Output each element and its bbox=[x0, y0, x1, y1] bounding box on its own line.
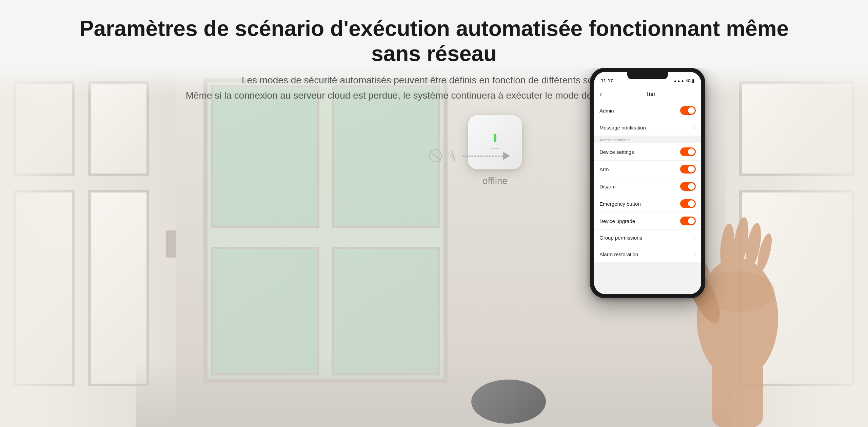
scene-container: —— offline bbox=[0, 68, 868, 427]
nav-title: lisi bbox=[606, 91, 696, 98]
access-permission-list: Device settings Arm Disarm Emergenc bbox=[594, 143, 701, 262]
admin-toggle[interactable] bbox=[680, 106, 696, 115]
battery-icon: ▮ bbox=[692, 78, 694, 83]
emergency-button-label: Emergency button bbox=[599, 201, 641, 207]
message-notification-chevron: › bbox=[694, 124, 696, 130]
message-notification-item[interactable]: Message notification › bbox=[594, 119, 701, 136]
hub-indicator bbox=[494, 134, 496, 142]
device-upgrade-label: Device upgrade bbox=[599, 218, 635, 224]
screen-content: Admin Message notification › Access pe bbox=[594, 102, 701, 294]
window-pane-br bbox=[332, 247, 440, 375]
subtitle-line1: Les modes de sécurité automatisés peuven… bbox=[242, 75, 626, 85]
window-pane-bl bbox=[211, 247, 319, 375]
admin-item[interactable]: Admin bbox=[594, 102, 701, 119]
floor-area bbox=[136, 359, 732, 427]
emergency-button-item[interactable]: Emergency button bbox=[594, 195, 701, 212]
no-signal-icon bbox=[445, 149, 458, 163]
alarm-restoration-item[interactable]: Alarm restoration › bbox=[594, 246, 701, 262]
no-wifi-icon bbox=[427, 149, 443, 163]
group-permissions-chevron: › bbox=[694, 235, 696, 241]
ottoman bbox=[471, 369, 546, 424]
header-section: Paramètres de scénario d'exécution autom… bbox=[0, 0, 868, 114]
door-right bbox=[726, 68, 868, 427]
status-time: 11:17 bbox=[601, 78, 613, 83]
network-label: 4G bbox=[686, 79, 691, 83]
disarm-toggle[interactable] bbox=[680, 182, 696, 191]
device-upgrade-item[interactable]: Device upgrade bbox=[594, 212, 701, 230]
phone-notch bbox=[627, 72, 668, 79]
phone-wrapper: 11:17 ▲▲▲ 4G ▮ ‹ lisi bbox=[590, 68, 705, 298]
window-frame bbox=[203, 78, 448, 383]
ottoman-body bbox=[471, 380, 546, 424]
offline-arrow bbox=[427, 149, 510, 163]
dashed-arrow bbox=[462, 152, 510, 160]
phone-screen: 11:17 ▲▲▲ 4G ▮ ‹ lisi bbox=[594, 72, 701, 294]
back-button[interactable]: ‹ bbox=[599, 89, 602, 99]
status-icons: ▲▲▲ 4G ▮ bbox=[673, 78, 694, 83]
arm-label: Arm bbox=[599, 166, 609, 172]
alarm-restoration-chevron: › bbox=[694, 251, 696, 257]
section-header-access: Access permission bbox=[594, 136, 701, 143]
device-upgrade-toggle[interactable] bbox=[680, 217, 696, 225]
door-handle bbox=[166, 230, 176, 258]
page-title: Paramètres de scénario d'exécution autom… bbox=[68, 16, 800, 66]
door-panel-bl bbox=[14, 190, 75, 386]
nav-bar: ‹ lisi bbox=[594, 87, 701, 102]
device-settings-toggle[interactable] bbox=[680, 147, 696, 156]
disarm-item[interactable]: Disarm bbox=[594, 178, 701, 195]
device-settings-label: Device settings bbox=[599, 149, 634, 155]
disarm-label: Disarm bbox=[599, 184, 616, 189]
admin-section: Admin bbox=[594, 102, 701, 119]
message-notification-section: Message notification › bbox=[594, 119, 701, 136]
alarm-restoration-label: Alarm restoration bbox=[599, 251, 638, 257]
access-permission-header: Access permission bbox=[594, 136, 701, 143]
door-panel-br bbox=[88, 190, 149, 386]
group-permissions-item[interactable]: Group permissions › bbox=[594, 230, 701, 246]
svg-line-1 bbox=[430, 151, 441, 161]
arm-toggle[interactable] bbox=[680, 165, 696, 174]
group-permissions-label: Group permissions bbox=[599, 235, 642, 241]
door-panel-r2 bbox=[739, 190, 854, 386]
device-settings-item[interactable]: Device settings bbox=[594, 143, 701, 161]
message-notification-label: Message notification bbox=[599, 125, 646, 130]
admin-label: Admin bbox=[599, 108, 614, 114]
signal-icon: ▲▲▲ bbox=[673, 79, 685, 83]
phone-mockup: 11:17 ▲▲▲ 4G ▮ ‹ lisi bbox=[590, 68, 705, 298]
arm-item[interactable]: Arm bbox=[594, 161, 701, 178]
emergency-button-toggle[interactable] bbox=[680, 199, 696, 208]
offline-label: offline bbox=[482, 176, 508, 186]
